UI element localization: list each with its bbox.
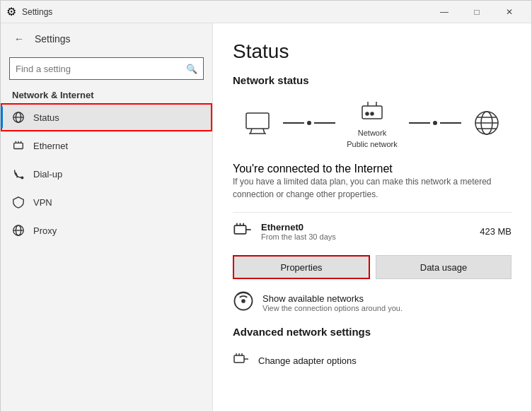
ethernet-size: 423 MB (480, 226, 511, 237)
svg-point-31 (242, 300, 245, 302)
show-networks-row[interactable]: Show available networks View the connect… (233, 290, 511, 314)
content-area: ← Settings 🔍 Network & Internet Status (1, 23, 531, 411)
computer-icon-group (243, 109, 272, 137)
dialup-icon (12, 167, 25, 180)
line-seg-2 (314, 122, 335, 124)
settings-window: ⚙ Settings — □ ✕ ← Settings 🔍 Network & … (0, 0, 532, 412)
back-button[interactable]: ← (9, 29, 29, 49)
router-icon-group: Network Public network (347, 98, 398, 148)
show-networks-title: Show available networks (262, 293, 403, 304)
buttons-row: Properties Data usage (233, 255, 511, 279)
line-seg-4 (440, 122, 461, 124)
connection-desc: If you have a limited data plan, you can… (233, 175, 511, 201)
adapter-icon (233, 351, 250, 370)
sidebar-item-status[interactable]: Status (1, 103, 212, 131)
line-1 (283, 121, 335, 125)
svg-rect-32 (234, 355, 244, 363)
svg-line-13 (263, 129, 265, 134)
line-dot-1 (307, 121, 311, 125)
maximize-button[interactable]: □ (461, 1, 493, 23)
sidebar-item-dialup-label: Dial-up (33, 169, 62, 179)
change-adapter-label: Change adapter options (258, 355, 357, 366)
titlebar-title: Settings (22, 7, 52, 17)
properties-button[interactable]: Properties (233, 255, 370, 279)
status-icon (12, 111, 25, 124)
ethernet-row: Ethernet0 From the last 30 days 423 MB (233, 212, 511, 249)
sidebar-section-title: Network & Internet (1, 86, 212, 103)
network-diagram: Network Public network (233, 98, 511, 148)
networks-icon (233, 290, 254, 314)
search-box[interactable]: 🔍 (9, 57, 204, 80)
sidebar-item-status-label: Status (33, 112, 59, 123)
svg-line-12 (250, 129, 252, 134)
data-usage-button[interactable]: Data usage (376, 255, 511, 279)
network-status-title: Network status (233, 74, 511, 86)
vpn-icon (12, 196, 25, 208)
svg-point-18 (366, 112, 369, 115)
ethernet-name: Ethernet0 (261, 222, 471, 233)
svg-rect-25 (234, 225, 245, 234)
sidebar-nav-top: ← Settings (1, 23, 212, 54)
minimize-button[interactable]: — (428, 1, 461, 23)
sidebar: ← Settings 🔍 Network & Internet Status (1, 23, 213, 411)
ethernet-icon (12, 139, 25, 152)
proxy-icon (12, 224, 25, 237)
globe-icon-group (473, 109, 501, 137)
show-networks-sub: View the connection options around you. (262, 304, 403, 312)
show-networks-info: Show available networks View the connect… (262, 293, 403, 312)
close-button[interactable]: ✕ (493, 1, 526, 23)
search-input[interactable] (16, 64, 182, 74)
sidebar-item-proxy[interactable]: Proxy (1, 216, 212, 245)
line-dot-2 (433, 121, 437, 125)
sidebar-item-vpn-label: VPN (33, 197, 52, 208)
svg-point-7 (21, 177, 23, 179)
svg-rect-11 (246, 113, 269, 129)
titlebar-left: ⚙ Settings (6, 5, 52, 18)
sidebar-item-proxy-label: Proxy (33, 225, 57, 236)
sidebar-app-title: Settings (35, 33, 71, 45)
sidebar-item-ethernet-label: Ethernet (33, 141, 68, 151)
ethernet-row-icon (233, 220, 253, 242)
line-seg-1 (283, 122, 304, 124)
sidebar-item-vpn[interactable]: VPN (1, 188, 212, 216)
advanced-title: Advanced network settings (233, 326, 511, 338)
main-content: Status Network status (213, 23, 531, 411)
svg-point-19 (371, 112, 374, 115)
line-2 (409, 121, 461, 125)
sidebar-item-ethernet[interactable]: Ethernet (1, 131, 212, 160)
network-label: Network (358, 129, 386, 137)
change-adapter-item[interactable]: Change adapter options (233, 346, 511, 375)
line-seg-3 (409, 122, 430, 124)
ethernet-sub: From the last 30 days (261, 233, 471, 241)
connection-title: You're connected to the Internet (233, 163, 511, 175)
sidebar-item-dialup[interactable]: Dial-up (1, 160, 212, 188)
page-title: Status (233, 40, 511, 63)
titlebar-controls: — □ ✕ (428, 1, 526, 23)
network-sub-label: Public network (347, 140, 398, 148)
settings-icon: ⚙ (6, 5, 16, 18)
search-icon: 🔍 (186, 64, 197, 74)
ethernet-info: Ethernet0 From the last 30 days (261, 222, 471, 241)
svg-rect-3 (14, 143, 23, 148)
titlebar: ⚙ Settings — □ ✕ (1, 1, 531, 23)
